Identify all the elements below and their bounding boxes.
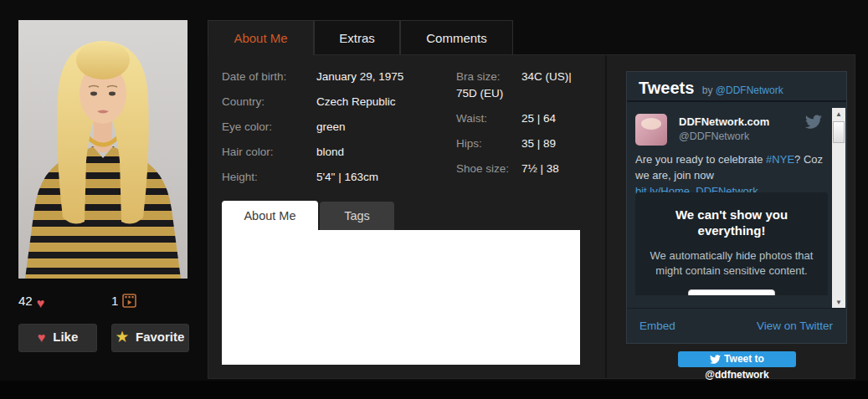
profile-photo-image [18, 20, 187, 279]
tab-comments-label: Comments [426, 31, 487, 45]
shoe-size-label: Shoe size: [456, 162, 509, 175]
star-icon: ★ [116, 330, 128, 344]
inner-tab-about-me-label: About Me [244, 209, 295, 223]
scrollbar-down-arrow[interactable]: ▼ [832, 296, 845, 309]
scrollbar-up-arrow[interactable]: ▲ [832, 108, 845, 120]
waist-label: Waist: [456, 112, 487, 125]
movie-icon [122, 294, 136, 310]
tweet-account-name[interactable]: DDFNetwork.com [679, 115, 769, 128]
waist-value: 25 | 64 [521, 112, 556, 125]
profile-photo [18, 20, 187, 279]
tweet-to-button[interactable]: Tweet to @ddfnetwork [678, 351, 796, 367]
tweets-footer: Embed View on Twitter [627, 308, 846, 343]
tweet-text-part1: Are you ready to celebrate [635, 153, 766, 166]
tweets-by: by @DDFNetwork [702, 84, 783, 96]
height-value: 5'4" | 163cm [316, 171, 378, 183]
favorite-button-label: Favorite [136, 330, 184, 344]
tab-about-me[interactable]: About Me [208, 20, 314, 55]
tweet-account-handle[interactable]: @DDFNetwork [679, 130, 749, 142]
tab-comments[interactable]: Comments [400, 20, 513, 54]
country-label: Country: [222, 95, 265, 108]
tweets-scrollbar[interactable]: ▲ ▼ [832, 108, 845, 309]
sensitive-content-body: We automatically hide photos that might … [643, 248, 820, 279]
tweets-by-prefix: by [702, 84, 713, 96]
hair-color-label: Hair color: [222, 146, 274, 158]
dob-label: Date of birth: [222, 70, 286, 83]
likes-count: 42 [18, 294, 33, 308]
tweets-header: Tweets by @DDFNetwork [627, 72, 846, 102]
tweets-by-handle-link[interactable]: @DDFNetwork [716, 84, 783, 96]
tweet-list: DDFNetwork.com @DDFNetwork Are you ready… [627, 103, 834, 295]
likes-stat: 42♥ [18, 294, 44, 311]
bra-size-value: 34C (US)| [521, 70, 572, 83]
about-me-content [222, 230, 580, 365]
videos-stat: 1 [111, 294, 136, 310]
tab-extras[interactable]: Extras [314, 20, 400, 54]
hair-color-value: blond [316, 146, 344, 158]
profile-page: 42♥ 1 ♥Like ★Favorite About Me Extras Co… [0, 0, 868, 399]
height-label: Height: [222, 171, 258, 183]
eye-color-label: Eye color: [222, 120, 272, 133]
eye-color-value: green [316, 120, 346, 133]
like-button[interactable]: ♥Like [18, 324, 97, 352]
twitter-bird-icon[interactable] [805, 115, 822, 132]
inner-tab-tags[interactable]: Tags [320, 202, 394, 231]
show-media-button[interactable]: Show Media [688, 289, 775, 295]
page-footer-strip [0, 381, 868, 399]
panel-divider [605, 55, 607, 378]
favorite-button[interactable]: ★Favorite [111, 324, 189, 352]
bra-size-label: Bra size: [456, 70, 501, 83]
like-button-label: Like [53, 330, 78, 344]
heart-icon: ♥ [37, 296, 45, 311]
inner-tab-about-me[interactable]: About Me [222, 201, 318, 231]
shoe-size-value: 7½ | 38 [521, 162, 559, 175]
tab-about-me-label: About Me [234, 31, 287, 45]
tweet-hashtag-link[interactable]: #NYE [766, 153, 794, 166]
bra-size-value-eu: 75D (EU) [456, 87, 503, 100]
videos-count: 1 [111, 294, 118, 308]
heart-icon: ♥ [38, 330, 46, 345]
sensitive-content-title: We can't show you everything! [663, 207, 801, 238]
tweets-title: Tweets [639, 79, 694, 97]
tab-extras-label: Extras [339, 31, 375, 45]
dob-value: January 29, 1975 [316, 70, 403, 83]
view-on-twitter-link[interactable]: View on Twitter [757, 320, 833, 332]
scrollbar-thumb[interactable] [833, 121, 845, 143]
embed-link[interactable]: Embed [639, 320, 675, 332]
tweet-avatar[interactable] [635, 114, 667, 146]
tweets-widget: Tweets by @DDFNetwork DDFNetwork.com @DD… [626, 71, 847, 344]
country-value: Czech Republic [316, 95, 396, 108]
twitter-bird-icon [710, 355, 721, 364]
sensitive-content-box: We can't show you everything! We automat… [635, 192, 828, 295]
hips-label: Hips: [456, 137, 482, 150]
hips-value: 35 | 89 [521, 137, 556, 150]
inner-tab-tags-label: Tags [344, 209, 370, 223]
